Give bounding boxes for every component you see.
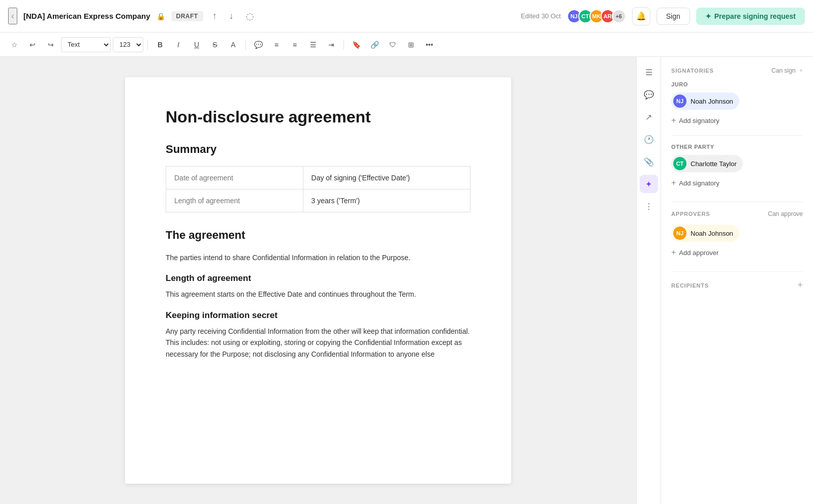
add-plus-icon: + — [671, 116, 676, 125]
toolbar: ☆ ↩ ↪ Text Heading 1 Heading 2 123 12 14… — [0, 33, 813, 57]
redo-button[interactable]: ↪ — [43, 37, 59, 53]
main-divider-2 — [671, 271, 803, 272]
clock-icon-btn[interactable]: 🕐 — [640, 130, 658, 148]
erase-button[interactable]: ◌ — [243, 8, 257, 25]
shield-button[interactable]: 🛡 — [385, 37, 401, 53]
signatory-chip-noah-juro[interactable]: NJ Noah Johnson — [671, 92, 739, 110]
notifications-button[interactable]: 🔔 — [632, 7, 650, 25]
draft-badge: DRAFT — [171, 11, 203, 21]
add-plus-icon-3: + — [671, 248, 676, 257]
section-divider — [671, 135, 803, 136]
secret-heading: Keeping information secret — [166, 310, 471, 321]
avatar-group: NJ CT MK AR +6 — [567, 9, 626, 23]
toolbar-divider-2 — [245, 40, 246, 50]
bold-button[interactable]: B — [152, 37, 168, 53]
add-signatory-other-button[interactable]: + Add signatory — [671, 176, 720, 190]
doc-title-heading: Non-disclosure agreement — [166, 108, 471, 127]
prepare-signing-button[interactable]: ✦ Prepare signing request — [696, 8, 805, 25]
undo-button[interactable]: ↩ — [24, 37, 41, 53]
underline-button[interactable]: U — [189, 37, 205, 53]
align-icon-btn[interactable]: ☰ — [640, 63, 658, 81]
strikethrough-button[interactable]: S — [207, 37, 223, 53]
agreement-intro: The parties intend to share Confidential… — [166, 252, 471, 263]
length-heading: Length of agreement — [166, 273, 471, 284]
right-panel: SIGNATORIES Can sign + JURO NJ Noah John… — [661, 57, 813, 504]
signatories-header: SIGNATORIES Can sign + — [671, 67, 803, 74]
avatar-charlotte: CT — [673, 157, 686, 170]
doc-area: Non-disclosure agreement Summary Date of… — [0, 57, 636, 504]
approver-chip-noah[interactable]: NJ Noah Johnson — [671, 225, 739, 242]
more-button[interactable]: ••• — [421, 37, 437, 53]
can-approve-label: Can approve — [768, 210, 803, 217]
link-button[interactable]: 🔗 — [366, 37, 383, 53]
signatory-name-noah-juro: Noah Johnson — [691, 98, 733, 105]
signatory-name-charlotte: Charlotte Taylor — [691, 160, 737, 168]
table-cell-value-1: Day of signing ('Effective Date') — [303, 167, 470, 190]
font-size-select[interactable]: 123 12 14 16 — [113, 37, 143, 52]
signatory-chip-charlotte[interactable]: CT Charlotte Taylor — [671, 155, 743, 172]
approvers-header: APPROVERS Can approve — [671, 210, 803, 217]
unordered-list-button[interactable]: ☰ — [305, 37, 321, 53]
share-icon-btn[interactable]: ↗ — [640, 108, 658, 126]
other-party-section-title: OTHER PARTY — [671, 144, 803, 150]
agreement-heading: The agreement — [166, 229, 471, 242]
length-text: This agreement starts on the Effective D… — [166, 289, 471, 300]
download-button[interactable]: ↓ — [226, 8, 237, 24]
text-color-button[interactable]: A — [225, 37, 241, 53]
italic-button[interactable]: I — [170, 37, 186, 53]
sidebar-icons: ☰ 💬 ↗ 🕐 📎 ✦ ⋮ — [636, 57, 661, 504]
toolbar-divider-3 — [343, 40, 344, 50]
approver-name-noah: Noah Johnson — [691, 230, 733, 237]
add-plus-icon-2: + — [671, 178, 676, 187]
recipients-header: RECIPIENTS + — [671, 280, 803, 291]
add-signatory-juro-button[interactable]: + Add signatory — [671, 114, 720, 127]
secret-text: Any party receiving Confidential Informa… — [166, 326, 471, 360]
table-row: Date of agreement Day of signing ('Effec… — [166, 167, 471, 190]
signatories-section: SIGNATORIES Can sign + JURO NJ Noah John… — [671, 67, 803, 190]
comment-button[interactable]: 💬 — [250, 37, 266, 53]
top-nav: ‹ [NDA] American Express Company 🔒 DRAFT… — [0, 0, 813, 33]
table-cell-value-2: 3 years ('Term') — [303, 190, 470, 212]
main-layout: Non-disclosure agreement Summary Date of… — [0, 57, 813, 504]
star-button[interactable]: ☆ — [6, 37, 22, 53]
upload-button[interactable]: ↑ — [209, 8, 220, 24]
comment-icon-btn[interactable]: 💬 — [640, 85, 658, 104]
main-divider-1 — [671, 202, 803, 202]
lock-icon: 🔒 — [157, 12, 165, 20]
text-style-select[interactable]: Text Heading 1 Heading 2 — [61, 37, 111, 52]
table-row: Length of agreement 3 years ('Term') — [166, 190, 471, 212]
sign-button[interactable]: Sign — [656, 8, 690, 25]
back-button[interactable]: ‹ — [8, 8, 17, 24]
summary-heading: Summary — [166, 143, 471, 156]
recipients-title: RECIPIENTS — [671, 282, 709, 289]
can-sign-label: Can sign + — [771, 67, 803, 74]
table-button[interactable]: ⊞ — [403, 37, 419, 53]
indent-button[interactable]: ⇥ — [323, 37, 339, 53]
avatar-noah-approver: NJ — [673, 227, 686, 240]
table-cell-label-1: Date of agreement — [166, 167, 303, 190]
avatar-noah-juro: NJ — [673, 94, 686, 108]
signatories-title: SIGNATORIES — [671, 68, 714, 74]
avatar-more: +6 — [612, 9, 626, 23]
ordered-list-button[interactable]: ≡ — [268, 37, 285, 53]
approvers-title: APPROVERS — [671, 211, 710, 217]
add-recipient-button[interactable]: + — [797, 280, 803, 291]
doc-title: [NDA] American Express Company — [23, 12, 150, 20]
sparkle-icon-btn[interactable]: ✦ — [640, 175, 658, 193]
prepare-icon: ✦ — [705, 12, 711, 20]
attachment-icon-btn[interactable]: 📎 — [640, 152, 658, 171]
toolbar-divider-1 — [147, 40, 148, 50]
recipients-section: RECIPIENTS + — [671, 280, 803, 291]
edited-text: Edited 30 Oct — [521, 12, 561, 20]
more-icon-btn[interactable]: ⋮ — [640, 197, 658, 215]
table-cell-label-2: Length of agreement — [166, 190, 303, 212]
bookmark-button[interactable]: 🔖 — [348, 37, 364, 53]
doc-page: Non-disclosure agreement Summary Date of… — [125, 77, 511, 484]
approvers-section: APPROVERS Can approve NJ Noah Johnson + … — [671, 210, 803, 259]
align-button[interactable]: ≡ — [287, 37, 303, 53]
summary-table: Date of agreement Day of signing ('Effec… — [166, 166, 471, 212]
add-approver-button[interactable]: + Add approver — [671, 246, 718, 259]
juro-section-title: JURO — [671, 81, 803, 87]
